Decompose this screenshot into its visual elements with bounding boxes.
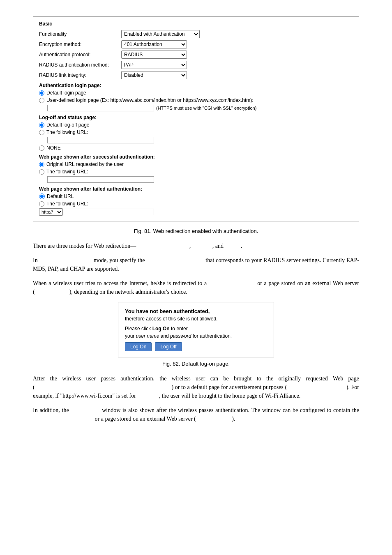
functionality-select[interactable]: Enabled with Authentication Disabled Ena…: [121, 30, 200, 38]
default-login-radio-row: Default login page: [39, 90, 353, 96]
para3: When a wireless user tries to access the…: [33, 279, 359, 296]
failed-following-url-label: The following URL:: [46, 201, 88, 207]
para4: After the wireless user passes authentic…: [33, 374, 359, 400]
logoff-button[interactable]: Log Off: [155, 342, 182, 351]
default-logoff-label: Default log-off page: [46, 122, 90, 128]
https-note: (HTTPS must use with "CGI with SSL" encr…: [156, 106, 256, 111]
user-login-radio-row: User-defined login page (Ex: http://www.…: [39, 97, 353, 103]
para2: In mode, you specify the that correspond…: [33, 256, 359, 273]
login-sub-msg: therefore access of this site is not all…: [125, 316, 267, 322]
auth-login-page-label: Authentication login page:: [39, 83, 353, 88]
user-login-label: User-defined login page (Ex: http://www.…: [46, 97, 254, 103]
radius-auth-select[interactable]: PAP CHAP EAP-MD5: [121, 61, 187, 69]
logoff-label: Log-off and status page:: [39, 115, 353, 120]
original-url-radio-row: Original URL requested by the user: [39, 161, 353, 167]
success-following-url-label: The following URL:: [46, 169, 88, 175]
logoff-url-input[interactable]: [47, 137, 154, 143]
auth-protocol-label: Authentication protocol:: [39, 52, 121, 58]
logon-button[interactable]: Log On: [125, 342, 152, 351]
success-following-url-radio[interactable]: [39, 169, 44, 175]
failed-label: Web page shown after failed authenticati…: [39, 186, 353, 192]
default-login-label: Default login page: [46, 90, 86, 96]
none-label: NONE: [46, 145, 61, 151]
login-click-msg: Please click Log On to enter: [125, 326, 267, 332]
fig82-caption: Fig. 82. Default log-on page.: [33, 361, 359, 367]
para1: There are three modes for Web redirectio…: [33, 242, 359, 250]
password-italic: password: [170, 333, 191, 339]
user-login-radio[interactable]: [39, 98, 44, 103]
auth-protocol-select[interactable]: RADIUS Local: [121, 51, 187, 59]
http-prefix-select[interactable]: http:// https://: [39, 208, 63, 216]
radius-integrity-row: RADIUS link integrity: Disabled Enabled: [39, 71, 353, 79]
failed-url-input[interactable]: [64, 209, 154, 215]
http-prefix-row: http:// https://: [39, 208, 353, 216]
success-following-url-radio-row: The following URL:: [39, 169, 353, 175]
default-login-radio[interactable]: [39, 90, 44, 96]
none-radio-row: NONE: [39, 145, 353, 151]
encryption-select[interactable]: 401 Authorization None: [121, 40, 187, 48]
login-credentials-msg: your user name and password for authenti…: [125, 333, 267, 339]
config-box: Basic Functionality Enabled with Authent…: [33, 16, 359, 221]
following-url-label: The following URL:: [46, 129, 88, 135]
radius-auth-label: RADIUS authentication method:: [39, 62, 121, 68]
success-label: Web page shown after successful authenti…: [39, 154, 353, 160]
para5: In addition, the window is also shown af…: [33, 406, 359, 423]
encryption-row: Encryption method: 401 Authorization Non…: [39, 40, 353, 48]
login-box: You have not been authenticated, therefo…: [118, 302, 274, 357]
success-url-row: [47, 176, 353, 183]
fig81-caption: Fig. 81. Web redirection enabled with au…: [33, 228, 359, 234]
original-url-radio[interactable]: [39, 162, 44, 167]
auth-protocol-row: Authentication protocol: RADIUS Local: [39, 51, 353, 59]
radius-integrity-label: RADIUS link integrity:: [39, 72, 121, 78]
functionality-row: Functionality Enabled with Authenticatio…: [39, 30, 353, 38]
logon-bold: Log On: [152, 326, 170, 332]
encryption-label: Encryption method:: [39, 41, 121, 47]
success-url-input[interactable]: [47, 176, 154, 183]
default-logoff-radio-row: Default log-off page: [39, 122, 353, 128]
username-italic: user name: [136, 333, 159, 339]
failed-following-url-radio-row: The following URL:: [39, 201, 353, 207]
none-radio[interactable]: [39, 145, 44, 151]
default-logoff-radio[interactable]: [39, 122, 44, 128]
radius-integrity-select[interactable]: Disabled Enabled: [121, 71, 187, 79]
default-url-radio-row: Default URL: [39, 193, 353, 199]
functionality-label: Functionality: [39, 31, 121, 37]
default-url-radio[interactable]: [39, 193, 45, 199]
user-login-url-input[interactable]: [47, 105, 154, 111]
login-bold-msg: You have not been authenticated,: [125, 308, 267, 314]
failed-following-url-radio[interactable]: [39, 201, 44, 207]
radius-auth-row: RADIUS authentication method: PAP CHAP E…: [39, 61, 353, 69]
login-btn-row: Log On Log Off: [125, 342, 267, 351]
original-url-label: Original URL requested by the user: [46, 161, 124, 167]
following-url-radio-row: The following URL:: [39, 129, 353, 135]
section-title: Basic: [39, 21, 353, 27]
following-url-radio[interactable]: [39, 130, 44, 135]
logoff-url-row: [47, 137, 353, 143]
default-url-label: Default URL: [47, 193, 74, 199]
